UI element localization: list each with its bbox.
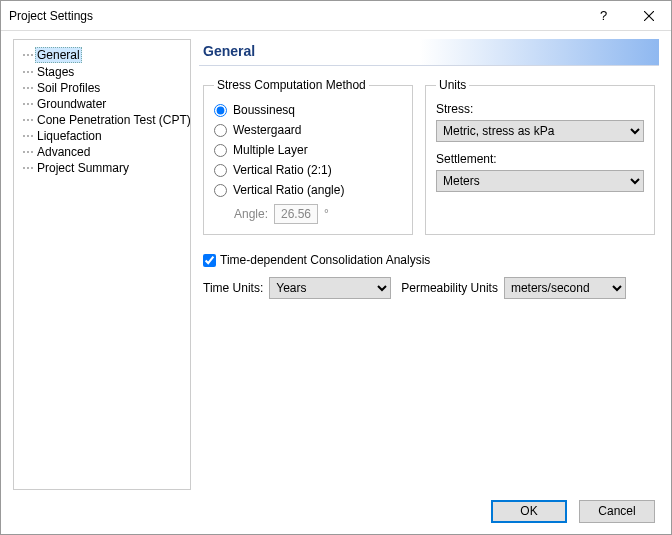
radio-westergaard-input[interactable] [214,124,227,137]
angle-row: Angle: ° [214,200,402,224]
consolidation-section: Time-dependent Consolidation Analysis Ti… [203,253,655,299]
stress-units-select[interactable]: Metric, stress as kPa [436,120,644,142]
radio-boussinesq[interactable]: Boussinesq [214,100,402,120]
dialog-project-settings: Project Settings ? ⋯General ⋯Stages ⋯Soi… [0,0,672,535]
page-heading: General [199,39,659,66]
settlement-label: Settlement: [436,150,644,168]
dialog-body: ⋯General ⋯Stages ⋯Soil Profiles ⋯Groundw… [1,31,671,494]
consolidation-checkbox-row[interactable]: Time-dependent Consolidation Analysis [203,253,655,267]
permeability-units-select[interactable]: meters/second [504,277,626,299]
consolidation-checkbox[interactable] [203,254,216,267]
stress-method-group: Stress Computation Method Boussinesq Wes… [203,78,413,235]
permeability-units-label: Permeability Units [401,281,498,295]
radio-multiple-layer-input[interactable] [214,144,227,157]
help-button[interactable]: ? [581,1,626,30]
time-units-select[interactable]: Years [269,277,391,299]
radio-vertical-ratio-21-input[interactable] [214,164,227,177]
time-units-label: Time Units: [203,281,263,295]
angle-unit: ° [324,207,329,221]
tree-item-stages[interactable]: ⋯Stages [18,64,186,80]
tree-item-cpt[interactable]: ⋯Cone Penetration Test (CPT) [18,112,186,128]
main-panel: General Stress Computation Method Boussi… [199,39,659,490]
tree-item-advanced[interactable]: ⋯Advanced [18,144,186,160]
angle-input [274,204,318,224]
consolidation-units-row: Time Units: Years Permeability Units met… [203,277,655,299]
radio-multiple-layer[interactable]: Multiple Layer [214,140,402,160]
stress-label: Stress: [436,100,644,118]
radio-vertical-ratio-angle[interactable]: Vertical Ratio (angle) [214,180,402,200]
angle-label: Angle: [234,207,268,221]
radio-westergaard[interactable]: Westergaard [214,120,402,140]
settlement-units-select[interactable]: Meters [436,170,644,192]
stress-method-legend: Stress Computation Method [214,78,369,92]
groups-row: Stress Computation Method Boussinesq Wes… [199,78,659,235]
units-group: Units Stress: Metric, stress as kPa Sett… [425,78,655,235]
tree-item-project-summary[interactable]: ⋯Project Summary [18,160,186,176]
tree-item-groundwater[interactable]: ⋯Groundwater [18,96,186,112]
titlebar: Project Settings ? [1,1,671,31]
units-legend: Units [436,78,469,92]
radio-vertical-ratio-21[interactable]: Vertical Ratio (2:1) [214,160,402,180]
close-icon [644,11,654,21]
radio-vertical-ratio-angle-input[interactable] [214,184,227,197]
close-button[interactable] [626,1,671,30]
cancel-button[interactable]: Cancel [579,500,655,523]
category-tree[interactable]: ⋯General ⋯Stages ⋯Soil Profiles ⋯Groundw… [13,39,191,490]
radio-boussinesq-input[interactable] [214,104,227,117]
tree-item-general[interactable]: ⋯General [18,46,186,64]
tree-item-soil-profiles[interactable]: ⋯Soil Profiles [18,80,186,96]
tree-item-liquefaction[interactable]: ⋯Liquefaction [18,128,186,144]
window-title: Project Settings [9,9,581,23]
dialog-buttons: OK Cancel [1,494,671,534]
ok-button[interactable]: OK [491,500,567,523]
